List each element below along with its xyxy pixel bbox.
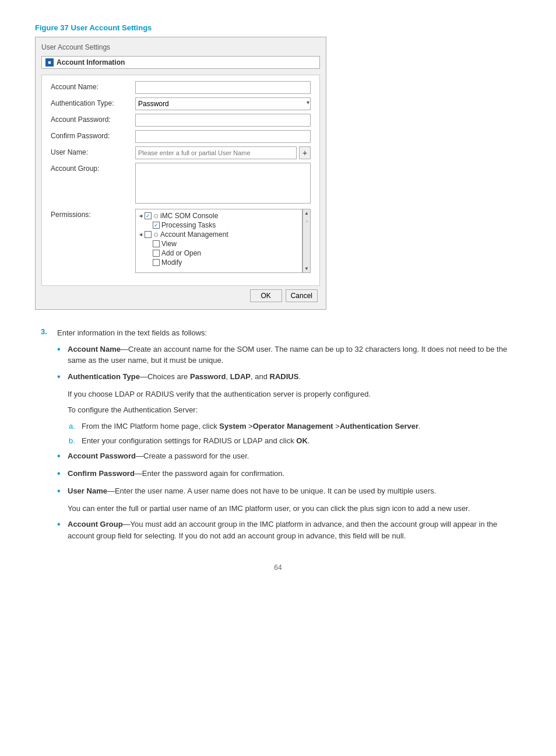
processing-tasks-label: Processing Tasks bbox=[161, 221, 216, 229]
bullet-account-group-text: Account Group—You must add an account gr… bbox=[68, 519, 515, 541]
tree-item-account-mgmt[interactable]: ◄ ⊙ Account Management bbox=[137, 230, 301, 239]
confirm-password-input[interactable] bbox=[135, 130, 311, 143]
account-name-input[interactable] bbox=[135, 81, 311, 94]
username-extra: You can enter the full or partial user n… bbox=[68, 503, 515, 514]
imc-som-label: iMC SOM Console bbox=[160, 212, 218, 220]
step-3-number: 3. bbox=[41, 327, 57, 546]
confirm-password-row: Confirm Password: bbox=[51, 130, 311, 143]
section-label: Account Information bbox=[57, 58, 125, 66]
checkbox-view-icon[interactable] bbox=[153, 240, 160, 247]
checkbox-modify-icon[interactable] bbox=[153, 259, 160, 266]
bullet-dot-4: • bbox=[57, 467, 68, 481]
account-password-input[interactable] bbox=[135, 114, 311, 127]
plus-button[interactable]: + bbox=[299, 146, 311, 159]
account-name-control bbox=[135, 81, 311, 94]
main-bullet-list: • Account Name—Create an account name fo… bbox=[57, 344, 515, 384]
scroll-up-icon: ▲ bbox=[304, 211, 309, 216]
form-area: Account Name: Authentication Type: Passw… bbox=[41, 75, 320, 286]
bullet-auth-type: • Authentication Type—Choices are Passwo… bbox=[57, 371, 515, 384]
bullet-dot-1: • bbox=[57, 342, 68, 356]
confirm-password-control bbox=[135, 130, 311, 143]
tree-item-imc-som[interactable]: ◄ ✓ ⊙ iMC SOM Console bbox=[137, 211, 301, 220]
account-password-label: Account Password: bbox=[51, 114, 135, 124]
bullet-account-name-text: Account Name—Create an account name for … bbox=[68, 344, 515, 366]
account-group-row: Account Group: bbox=[51, 163, 311, 205]
view-label: View bbox=[161, 240, 177, 248]
auth-type-control: Password LDAP RADIUS ▾ bbox=[135, 97, 311, 110]
account-mgmt-label: Account Management bbox=[160, 230, 228, 239]
tree-item-view[interactable]: View bbox=[137, 239, 301, 249]
confirm-password-label: Confirm Password: bbox=[51, 130, 135, 140]
bullet-dot-5: • bbox=[57, 484, 68, 498]
sub-letter-a: a. bbox=[69, 421, 82, 432]
account-password-control bbox=[135, 114, 311, 127]
user-name-input[interactable] bbox=[135, 146, 297, 159]
step-3: 3. Enter information in the text fields … bbox=[41, 327, 515, 546]
bullet-user-name: • User Name—Enter the user name. A user … bbox=[57, 485, 515, 498]
bullet-confirm-password-text: Confirm Password—Enter the password agai… bbox=[68, 468, 515, 480]
permissions-row: Permissions: ◄ ✓ ⊙ iMC SOM Console bbox=[51, 209, 311, 273]
sub-bullet-a: a. From the IMC Platform home page, clic… bbox=[69, 421, 515, 432]
auth-type-select[interactable]: Password LDAP RADIUS bbox=[135, 97, 311, 110]
figure-title: Figure 37 User Account Settings bbox=[35, 23, 521, 32]
user-name-row: User Name: + bbox=[51, 146, 311, 159]
auth-extra-1: If you choose LDAP or RADIUS verify that… bbox=[68, 388, 515, 400]
toggle-imc-som-icon: ◄ bbox=[138, 213, 143, 219]
bullet-dot-3: • bbox=[57, 449, 68, 463]
page-number: 64 bbox=[35, 564, 521, 572]
bullet-user-name-text: User Name—Enter the user name. A user na… bbox=[68, 485, 515, 497]
more-bullet-list: • Account Password—Create a password for… bbox=[57, 450, 515, 498]
modify-label: Modify bbox=[161, 258, 182, 267]
sub-bullet-b-text: Enter your configuration settings for RA… bbox=[82, 435, 309, 447]
bullet-dot-6: • bbox=[57, 517, 68, 531]
checkbox-account-mgmt-icon[interactable] bbox=[145, 231, 152, 238]
dialog-box: User Account Settings ■ Account Informat… bbox=[35, 37, 326, 310]
permissions-label: Permissions: bbox=[51, 209, 135, 219]
permissions-tree[interactable]: ◄ ✓ ⊙ iMC SOM Console ✓ Processing Tasks bbox=[135, 209, 302, 273]
auth-extra-2: To configure the Authentication Server: bbox=[68, 404, 515, 416]
account-group-control bbox=[135, 163, 311, 205]
step-3-content: Enter information in the text fields as … bbox=[57, 327, 515, 546]
dialog-title: User Account Settings bbox=[41, 43, 320, 51]
checkbox-imc-som-icon[interactable]: ✓ bbox=[145, 212, 152, 219]
account-name-label: Account Name: bbox=[51, 81, 135, 91]
bullet-account-name: • Account Name—Create an account name fo… bbox=[57, 344, 515, 366]
auth-type-label: Authentication Type: bbox=[51, 97, 135, 107]
scroll-lines-icon: ≡ bbox=[305, 219, 307, 223]
ok-button[interactable]: OK bbox=[250, 289, 282, 302]
toggle-account-mgmt-icon: ◄ bbox=[138, 232, 143, 237]
step-3-intro: Enter information in the text fields as … bbox=[57, 327, 515, 339]
account-mgmt-icon: ⊙ bbox=[153, 231, 159, 239]
permissions-control: ◄ ✓ ⊙ iMC SOM Console ✓ Processing Tasks bbox=[135, 209, 311, 273]
sub-bullet-list: a. From the IMC Platform home page, clic… bbox=[69, 421, 515, 447]
last-bullet-list: • Account Group—You must add an account … bbox=[57, 519, 515, 541]
content-area: 3. Enter information in the text fields … bbox=[35, 327, 521, 546]
cancel-button[interactable]: Cancel bbox=[286, 289, 318, 302]
bullet-auth-type-text: Authentication Type—Choices are Password… bbox=[68, 371, 515, 383]
user-name-control: + bbox=[135, 146, 311, 159]
add-open-label: Add or Open bbox=[161, 249, 201, 257]
bullet-dot-2: • bbox=[57, 370, 68, 384]
account-password-row: Account Password: bbox=[51, 114, 311, 127]
bullet-confirm-password: • Confirm Password—Enter the password ag… bbox=[57, 468, 515, 481]
bullet-account-password: • Account Password—Create a password for… bbox=[57, 450, 515, 463]
imc-som-icon: ⊙ bbox=[153, 212, 159, 220]
auth-type-row: Authentication Type: Password LDAP RADIU… bbox=[51, 97, 311, 110]
dialog-footer: OK Cancel bbox=[41, 286, 320, 303]
checkbox-add-icon[interactable] bbox=[153, 250, 160, 257]
section-header: ■ Account Information bbox=[41, 56, 320, 69]
tree-item-processing-tasks[interactable]: ✓ Processing Tasks bbox=[137, 220, 301, 230]
bullet-account-group: • Account Group—You must add an account … bbox=[57, 519, 515, 541]
sub-bullet-a-text: From the IMC Platform home page, click S… bbox=[82, 421, 421, 432]
user-name-label: User Name: bbox=[51, 146, 135, 156]
account-name-row: Account Name: bbox=[51, 81, 311, 94]
scroll-down-icon: ▼ bbox=[304, 266, 309, 271]
account-group-label: Account Group: bbox=[51, 163, 135, 173]
checkbox-processing-icon[interactable]: ✓ bbox=[153, 222, 160, 229]
tree-item-modify[interactable]: Modify bbox=[137, 258, 301, 267]
section-icon: ■ bbox=[45, 58, 54, 66]
permissions-scrollbar[interactable]: ▲ ≡ ▼ bbox=[302, 209, 311, 273]
account-group-textarea[interactable] bbox=[135, 163, 311, 204]
tree-item-add-open[interactable]: Add or Open bbox=[137, 249, 301, 258]
bullet-account-password-text: Account Password—Create a password for t… bbox=[68, 450, 515, 462]
